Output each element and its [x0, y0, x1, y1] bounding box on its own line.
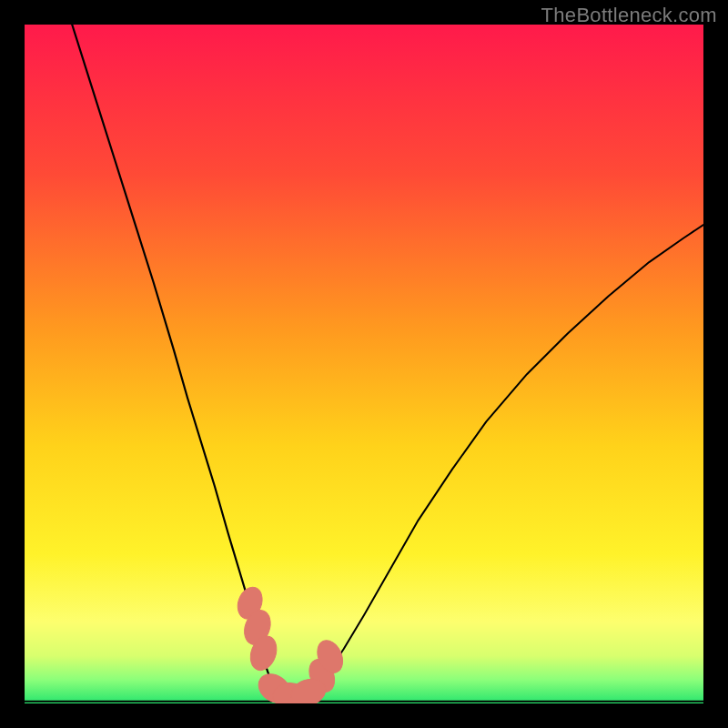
chart-stage: { "watermark": "TheBottleneck.com", "cha…: [0, 0, 728, 728]
watermark-text: TheBottleneck.com: [541, 4, 717, 27]
gradient-background: [25, 25, 703, 703]
bottleneck-chart: [25, 25, 703, 703]
